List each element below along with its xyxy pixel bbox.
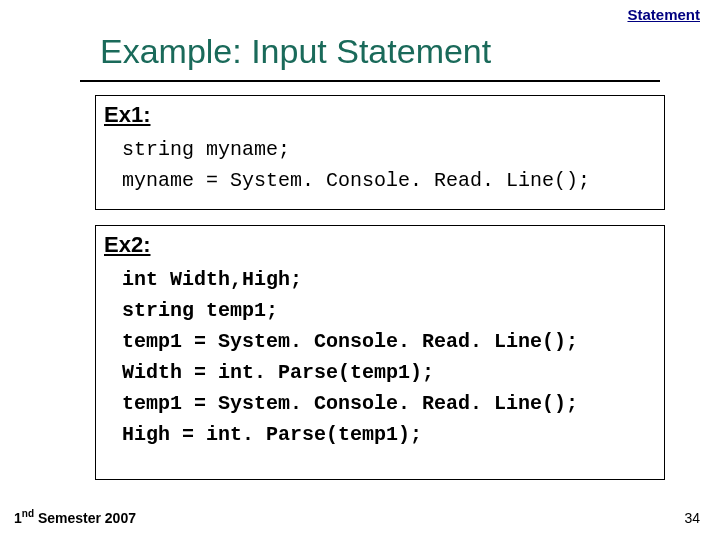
footer-ordinal: nd: [22, 508, 34, 519]
code-line: myname = System. Console. Read. Line();: [122, 165, 656, 196]
section-label: Statement: [627, 6, 700, 23]
example1-box: Ex1: string myname; myname = System. Con…: [95, 95, 665, 210]
example2-box: Ex2: int Width,High; string temp1; temp1…: [95, 225, 665, 480]
footer-text: Semester 2007: [34, 510, 136, 526]
footer-num: 1: [14, 510, 22, 526]
example2-label: Ex2:: [104, 232, 656, 258]
code-line: string myname;: [122, 134, 656, 165]
code-line: int Width,High;: [122, 264, 656, 295]
code-line: string temp1;: [122, 295, 656, 326]
code-line: temp1 = System. Console. Read. Line();: [122, 326, 656, 357]
footer-left: 1nd Semester 2007: [14, 508, 136, 526]
page-number: 34: [684, 510, 700, 526]
example1-label: Ex1:: [104, 102, 656, 128]
code-line: High = int. Parse(temp1);: [122, 419, 656, 450]
page-title: Example: Input Statement: [100, 32, 491, 71]
code-line: temp1 = System. Console. Read. Line();: [122, 388, 656, 419]
code-line: Width = int. Parse(temp1);: [122, 357, 656, 388]
title-underline: [80, 80, 660, 82]
